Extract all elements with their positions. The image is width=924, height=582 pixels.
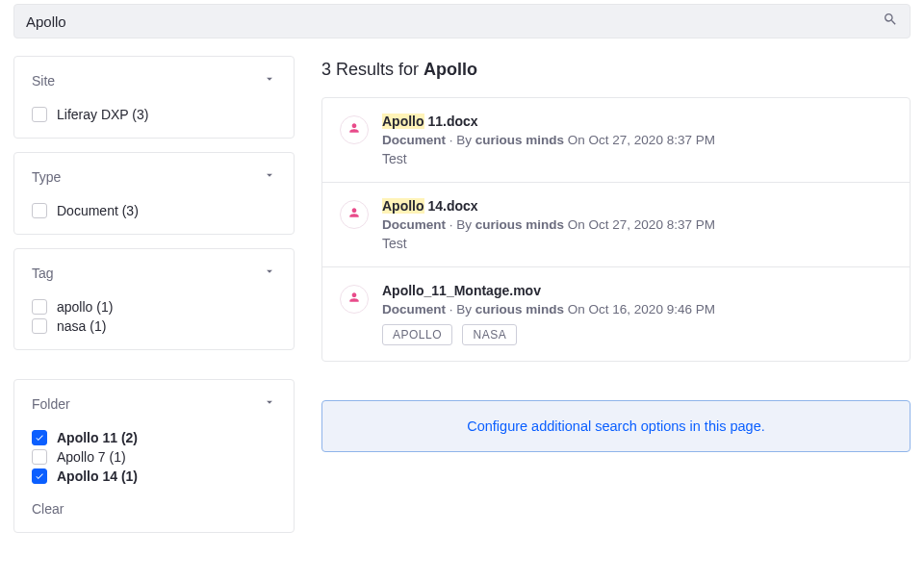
results-query: Apollo <box>424 60 477 79</box>
result-meta: Document · By curious minds On Oct 16, 2… <box>382 302 892 316</box>
avatar <box>340 115 369 144</box>
facet-item-apollo-11[interactable]: Apollo 11 (2) <box>32 430 276 445</box>
meta-separator: · <box>446 133 456 147</box>
tag-chip[interactable]: NASA <box>462 324 517 345</box>
result-type: Document <box>382 217 446 232</box>
result-date: On Oct 27, 2020 8:37 PM <box>568 133 715 147</box>
tag-chip[interactable]: APOLLO <box>382 324 452 345</box>
facet-item-label: Liferay DXP (3) <box>57 107 148 122</box>
facet-item-document[interactable]: Document (3) <box>32 203 276 218</box>
chevron-down-icon <box>263 265 276 282</box>
facet-item-label: apollo (1) <box>57 299 113 315</box>
meta-separator: · <box>446 217 456 232</box>
facet-title: Folder <box>32 396 70 412</box>
facet-item-nasa[interactable]: nasa (1) <box>32 318 276 334</box>
facet-sidebar: Site Liferay DXP (3) Type <box>13 56 295 546</box>
checkbox-icon <box>32 299 47 315</box>
checkbox-checked-icon <box>32 430 47 445</box>
user-icon <box>347 291 361 308</box>
checkbox-icon <box>32 203 47 218</box>
meta-by: By <box>456 302 475 316</box>
search-bar[interactable] <box>13 4 911 38</box>
result-type: Document <box>382 133 446 147</box>
facet-item-liferay-dxp[interactable]: Liferay DXP (3) <box>32 107 276 122</box>
result-title: Apollo_11_Montage.mov <box>382 283 892 298</box>
search-icon[interactable] <box>883 12 898 31</box>
facet-item-apollo[interactable]: apollo (1) <box>32 299 276 315</box>
meta-separator: · <box>446 302 456 316</box>
checkbox-icon <box>32 107 47 122</box>
avatar <box>340 200 369 229</box>
facet-type: Type Document (3) <box>13 152 295 235</box>
facet-clear-button[interactable]: Clear <box>32 501 276 517</box>
facet-item-label: Apollo 14 (1) <box>57 468 138 484</box>
avatar <box>340 285 369 314</box>
facet-item-label: Apollo 11 (2) <box>57 430 138 445</box>
facet-title: Site <box>32 73 55 89</box>
results-heading: 3 Results for Apollo <box>321 60 911 80</box>
checkbox-checked-icon <box>32 468 47 484</box>
facet-item-apollo-14[interactable]: Apollo 14 (1) <box>32 468 276 484</box>
result-row[interactable]: Apollo 11.docx Document · By curious min… <box>322 98 910 183</box>
results-panel: 3 Results for Apollo Apollo 11.docx <box>321 56 911 546</box>
user-icon <box>347 206 361 223</box>
result-meta: Document · By curious minds On Oct 27, 2… <box>382 133 892 147</box>
result-date: On Oct 27, 2020 8:37 PM <box>568 217 715 232</box>
facet-folder: Folder Apollo 11 (2) Apollo 7 (1) <box>13 379 295 533</box>
user-icon <box>347 121 361 139</box>
result-author: curious minds <box>475 217 564 232</box>
search-input[interactable] <box>26 13 883 30</box>
result-snippet: Test <box>382 236 892 251</box>
result-title-rest: 11.docx <box>424 114 478 129</box>
results-count-text: 3 Results for <box>321 60 424 79</box>
result-type: Document <box>382 302 446 316</box>
config-banner-link[interactable]: Configure additional search options in t… <box>467 418 765 434</box>
result-title-highlight: Apollo <box>382 198 424 214</box>
chevron-down-icon <box>263 72 276 89</box>
facet-item-label: nasa (1) <box>57 318 106 334</box>
result-title: Apollo 14.docx <box>382 198 892 214</box>
facet-item-label: Apollo 7 (1) <box>57 449 126 465</box>
result-tags: APOLLO NASA <box>382 324 892 345</box>
result-date: On Oct 16, 2020 9:46 PM <box>568 302 715 316</box>
chevron-down-icon <box>263 168 276 186</box>
result-author: curious minds <box>475 302 564 316</box>
facet-title: Type <box>32 169 61 185</box>
chevron-down-icon <box>263 395 276 413</box>
result-title-highlight: Apollo <box>382 114 424 129</box>
result-row[interactable]: Apollo_11_Montage.mov Document · By curi… <box>322 267 910 361</box>
result-author: curious minds <box>475 133 564 147</box>
result-title-rest: Apollo_11_Montage.mov <box>382 283 541 298</box>
meta-by: By <box>456 133 475 147</box>
facet-site: Site Liferay DXP (3) <box>13 56 295 139</box>
facet-item-apollo-7[interactable]: Apollo 7 (1) <box>32 449 276 465</box>
facet-tag-header[interactable]: Tag <box>32 265 276 282</box>
facet-title: Tag <box>32 266 54 281</box>
facet-folder-header[interactable]: Folder <box>32 395 276 413</box>
result-title-rest: 14.docx <box>424 198 478 214</box>
results-list: Apollo 11.docx Document · By curious min… <box>321 97 911 362</box>
facet-item-label: Document (3) <box>57 203 139 218</box>
meta-by: By <box>456 217 475 232</box>
checkbox-icon <box>32 449 47 465</box>
result-meta: Document · By curious minds On Oct 27, 2… <box>382 217 892 232</box>
result-title: Apollo 11.docx <box>382 114 892 129</box>
checkbox-icon <box>32 318 47 334</box>
result-row[interactable]: Apollo 14.docx Document · By curious min… <box>322 183 910 267</box>
facet-site-header[interactable]: Site <box>32 72 276 89</box>
facet-tag: Tag apollo (1) nasa (1) <box>13 248 295 350</box>
facet-type-header[interactable]: Type <box>32 168 276 186</box>
result-snippet: Test <box>382 151 892 166</box>
config-banner[interactable]: Configure additional search options in t… <box>321 400 911 452</box>
